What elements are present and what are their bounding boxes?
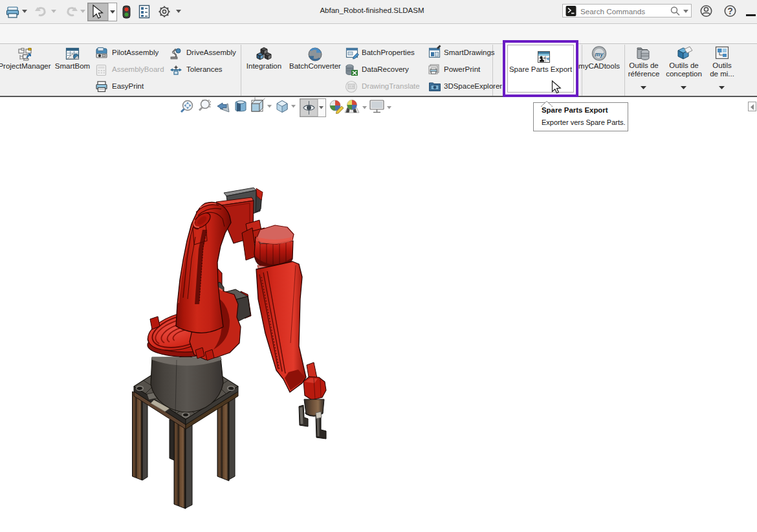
svg-text:c: c bbox=[544, 56, 546, 60]
svg-text:my: my bbox=[595, 51, 604, 58]
svg-text:?: ? bbox=[727, 6, 733, 16]
